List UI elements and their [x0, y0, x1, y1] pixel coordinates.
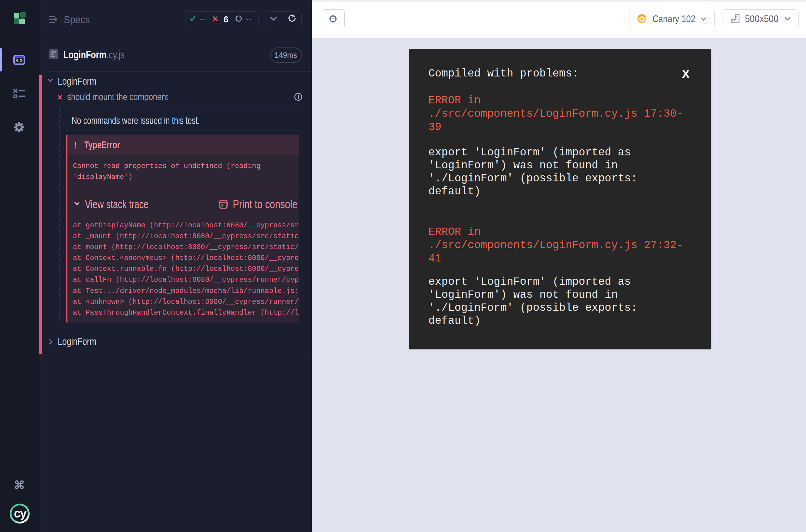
svg-text:y: y	[20, 507, 27, 520]
svg-text:c: c	[14, 507, 21, 520]
